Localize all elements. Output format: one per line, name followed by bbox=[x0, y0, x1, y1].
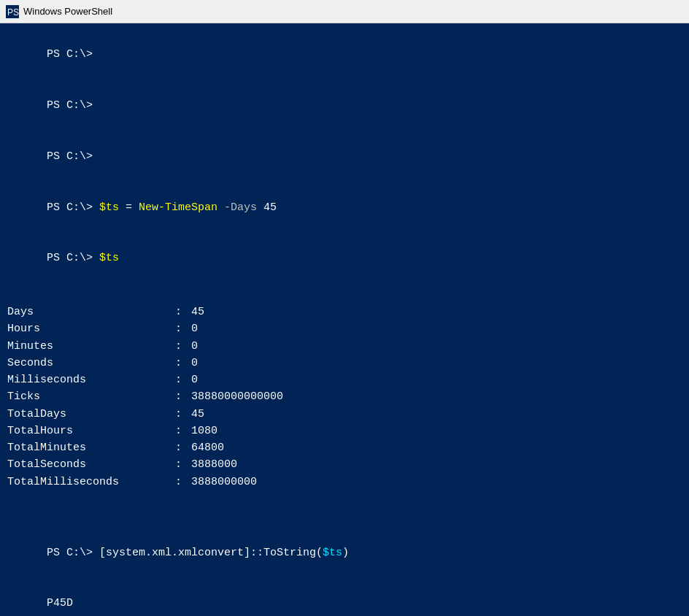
value-seconds: 0 bbox=[191, 355, 198, 371]
table-row: Seconds : 0 bbox=[7, 355, 682, 371]
blank-3 bbox=[7, 510, 682, 527]
colon-minutes: : bbox=[175, 338, 188, 355]
colon-totalminutes: : bbox=[175, 439, 188, 456]
value-totalhours: 1080 bbox=[191, 423, 218, 439]
value-days: 45 bbox=[191, 304, 204, 320]
terminal[interactable]: PS C:\> PS C:\> PS C:\> PS C:\> $ts = Ne… bbox=[0, 23, 689, 616]
label-milliseconds: Milliseconds bbox=[7, 371, 175, 388]
prompt-line-2: PS C:\> bbox=[7, 80, 682, 131]
colon-totalmilliseconds: : bbox=[175, 474, 188, 490]
value-totalmilliseconds: 3888000000 bbox=[191, 474, 257, 490]
value-milliseconds: 0 bbox=[191, 371, 198, 388]
output-line-3: P45D bbox=[7, 578, 682, 616]
table-row: TotalMilliseconds : 3888000000 bbox=[7, 474, 682, 490]
label-hours: Hours bbox=[7, 320, 175, 337]
value-minutes: 0 bbox=[191, 338, 198, 355]
powershell-icon: PS bbox=[6, 5, 19, 18]
value-totalminutes: 64800 bbox=[191, 439, 224, 456]
table-row: TotalSeconds : 3888000 bbox=[7, 456, 682, 473]
table-row: TotalMinutes : 64800 bbox=[7, 439, 682, 456]
table-row: Minutes : 0 bbox=[7, 338, 682, 355]
blank-2 bbox=[7, 493, 682, 510]
colon-ticks: : bbox=[175, 388, 188, 405]
command-line-2: PS C:\> $ts bbox=[7, 233, 682, 284]
blank-1 bbox=[7, 284, 682, 301]
value-hours: 0 bbox=[191, 320, 198, 337]
colon-seconds: : bbox=[175, 355, 188, 371]
table-row: TotalHours : 1080 bbox=[7, 423, 682, 439]
table-row: Days : 45 bbox=[7, 304, 682, 320]
table-row: Milliseconds : 0 bbox=[7, 371, 682, 388]
colon-totalseconds: : bbox=[175, 456, 188, 473]
colon-hours: : bbox=[175, 320, 188, 337]
window: PS Windows PowerShell PS C:\> PS C:\> PS… bbox=[0, 0, 689, 616]
colon-milliseconds: : bbox=[175, 371, 188, 388]
value-totaldays: 45 bbox=[191, 406, 204, 423]
label-ticks: Ticks bbox=[7, 388, 175, 405]
label-minutes: Minutes bbox=[7, 338, 175, 355]
label-totaldays: TotalDays bbox=[7, 406, 175, 423]
colon-totaldays: : bbox=[175, 406, 188, 423]
value-totalseconds: 3888000 bbox=[191, 456, 237, 473]
output-table: Days : 45 Hours : 0 Minutes : 0 Seconds bbox=[7, 304, 682, 490]
prompt-line-1: PS C:\> bbox=[7, 29, 682, 80]
command-line-3: PS C:\> [system.xml.xmlconvert]::ToStrin… bbox=[7, 527, 682, 578]
label-days: Days bbox=[7, 304, 175, 320]
table-row: Ticks : 38880000000000 bbox=[7, 388, 682, 405]
colon-days: : bbox=[175, 304, 188, 320]
value-ticks: 38880000000000 bbox=[191, 388, 283, 405]
label-seconds: Seconds bbox=[7, 355, 175, 371]
title-bar-text: Windows PowerShell bbox=[23, 6, 112, 17]
label-totalseconds: TotalSeconds bbox=[7, 456, 175, 473]
label-totalmilliseconds: TotalMilliseconds bbox=[7, 474, 175, 490]
command-line-1: PS C:\> $ts = New-TimeSpan -Days 45 bbox=[7, 182, 682, 233]
title-bar: PS Windows PowerShell bbox=[0, 0, 689, 23]
colon-totalhours: : bbox=[175, 423, 188, 439]
table-row: TotalDays : 45 bbox=[7, 406, 682, 423]
prompt-line-3: PS C:\> bbox=[7, 131, 682, 182]
svg-text:PS: PS bbox=[7, 7, 19, 18]
label-totalhours: TotalHours bbox=[7, 423, 175, 439]
table-row: Hours : 0 bbox=[7, 320, 682, 337]
label-totalminutes: TotalMinutes bbox=[7, 439, 175, 456]
